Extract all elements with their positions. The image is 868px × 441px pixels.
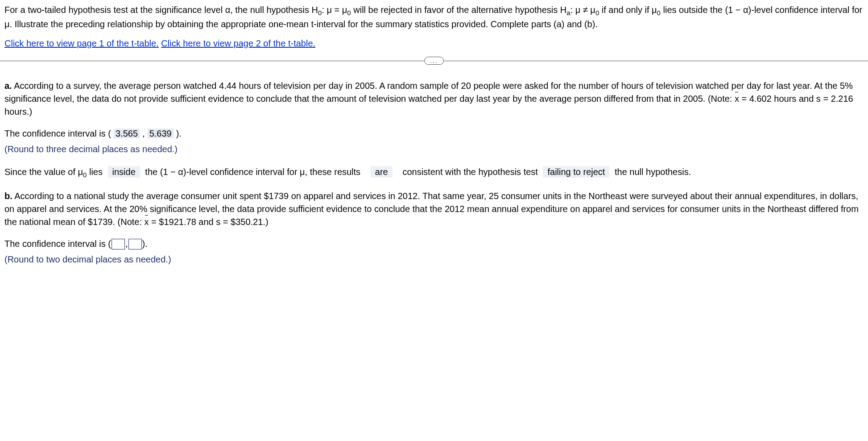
sub-a: a bbox=[566, 9, 570, 17]
intro-text-2: : μ = μ bbox=[322, 5, 347, 15]
ci-prefix: The confidence interval is ( bbox=[4, 239, 111, 249]
ci-suffix: ). bbox=[176, 129, 182, 138]
intro-text-5: if and only if μ bbox=[599, 5, 657, 15]
expand-pill-button[interactable]: ... bbox=[424, 57, 444, 65]
concl-text-3: the (1 − α)-level confidence interval fo… bbox=[143, 167, 363, 177]
part-b-ci-line: The confidence interval is (,). bbox=[4, 237, 864, 250]
sub-0: 0 bbox=[657, 9, 661, 17]
part-b-round-instr: (Round to two decimal places as needed.) bbox=[4, 253, 864, 266]
part-b-stats: = $1921.78 and s = $350.21.) bbox=[149, 217, 269, 227]
x-bar-symbol: x bbox=[735, 92, 739, 105]
are-arenot-dropdown[interactable]: are bbox=[371, 166, 393, 178]
ci-suffix: ). bbox=[142, 239, 148, 249]
concl-text-1: Since the value of μ bbox=[4, 167, 83, 177]
sub-0: 0 bbox=[595, 9, 599, 17]
ci-comma: , bbox=[125, 239, 128, 249]
intro-text-4: : μ ≠ μ bbox=[570, 5, 595, 15]
ci-upper-input[interactable] bbox=[128, 239, 142, 250]
reject-fail-dropdown[interactable]: failing to reject bbox=[543, 166, 609, 178]
t-table-page-2-link[interactable]: Click here to view page 2 of the t-table… bbox=[161, 38, 315, 48]
part-b-label: b. bbox=[4, 191, 12, 201]
concl-text-5: the null hypothesis. bbox=[612, 167, 691, 177]
part-a-round-instr: (Round to three decimal places as needed… bbox=[4, 143, 864, 156]
sub-0: 0 bbox=[347, 9, 351, 17]
ci-lower-input[interactable]: 3.565 bbox=[114, 129, 140, 138]
part-a-body: According to a survey, the average perso… bbox=[4, 81, 853, 104]
concl-text-2: lies bbox=[87, 167, 105, 177]
ci-upper-input[interactable]: 5.639 bbox=[148, 129, 174, 138]
part-a-conclusion: Since the value of μ0 lies inside the (1… bbox=[4, 166, 864, 180]
concl-text-4: consistent with the hypothesis test bbox=[400, 167, 541, 177]
part-a-question: a. According to a survey, the average pe… bbox=[4, 79, 864, 118]
part-a-label: a. bbox=[4, 81, 12, 91]
x-bar-symbol: x bbox=[145, 216, 149, 229]
ci-comma: , bbox=[142, 129, 145, 138]
part-a-ci-line: The confidence interval is (3.565,5.639)… bbox=[4, 127, 864, 140]
part-b-body: According to a national study the averag… bbox=[4, 191, 859, 227]
section-divider: ... bbox=[4, 55, 864, 66]
inside-outside-dropdown[interactable]: inside bbox=[108, 166, 140, 178]
problem-intro: For a two-tailed hypothesis test at the … bbox=[4, 4, 864, 31]
intro-text-1: For a two-tailed hypothesis test at the … bbox=[4, 5, 318, 15]
ci-lower-input[interactable] bbox=[112, 239, 125, 250]
intro-text-3: will be rejected in favor of the alterna… bbox=[351, 5, 567, 15]
part-b-question: b. According to a national study the ave… bbox=[4, 190, 864, 229]
t-table-page-1-link[interactable]: Click here to view page 1 of the t-table… bbox=[4, 38, 159, 48]
t-table-links: Click here to view page 1 of the t-table… bbox=[4, 37, 864, 50]
ci-prefix: The confidence interval is ( bbox=[4, 129, 111, 138]
